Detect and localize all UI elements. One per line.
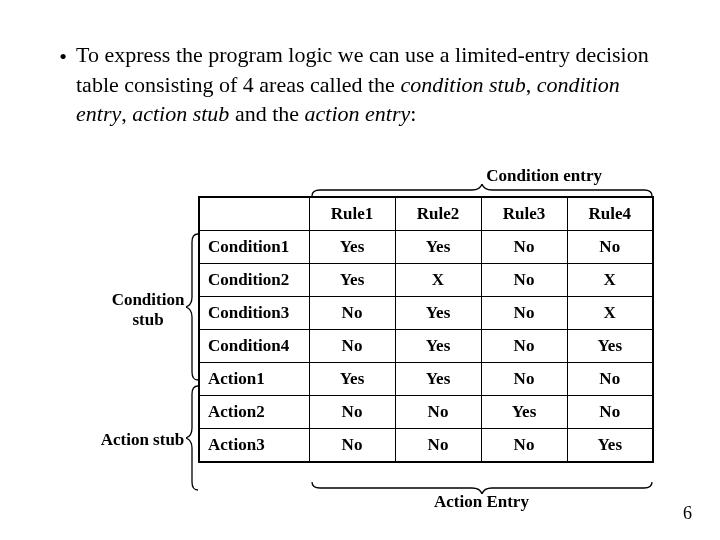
bullet-dot-icon: •	[50, 40, 76, 72]
table-cell: Yes	[395, 297, 481, 330]
row-name: Condition4	[199, 330, 309, 363]
sep: ,	[121, 101, 132, 126]
table-row: Condition2YesXNoX	[199, 264, 653, 297]
row-name: Action1	[199, 363, 309, 396]
table-cell: No	[481, 330, 567, 363]
bullet-mid: and the	[229, 101, 304, 126]
page-number: 6	[683, 503, 692, 524]
table-row: Action3NoNoNoYes	[199, 429, 653, 463]
table-cell: Yes	[309, 231, 395, 264]
table-cell: X	[395, 264, 481, 297]
table-row: Action1YesYesNoNo	[199, 363, 653, 396]
table-cell: Yes	[309, 264, 395, 297]
label-action-stub: Action stub	[95, 430, 190, 450]
table-cell: No	[309, 330, 395, 363]
table-cell: Yes	[481, 396, 567, 429]
term-action-stub: action stub	[132, 101, 229, 126]
slide: • To express the program logic we can us…	[0, 0, 720, 540]
row-name: Action2	[199, 396, 309, 429]
row-name: Condition1	[199, 231, 309, 264]
table-cell: No	[481, 363, 567, 396]
term-action-entry: action entry	[305, 101, 411, 126]
table-cell: No	[309, 396, 395, 429]
table-cell: No	[395, 396, 481, 429]
table-cell: No	[309, 429, 395, 463]
table-header: Rule3	[481, 197, 567, 231]
table-cell: No	[567, 396, 653, 429]
label-condition-entry: Condition entry	[486, 166, 602, 186]
label-condition-stub: Condition stub	[108, 290, 188, 331]
table-cell: Yes	[309, 363, 395, 396]
table-cell: No	[481, 429, 567, 463]
table-cell: No	[309, 297, 395, 330]
bullet-item: • To express the program logic we can us…	[50, 40, 670, 129]
table-cell: Yes	[395, 363, 481, 396]
table-cell: X	[567, 297, 653, 330]
table-cell: No	[567, 231, 653, 264]
term-condition-stub: condition stub	[400, 72, 525, 97]
table-cell: No	[481, 297, 567, 330]
table-row: Condition4NoYesNoYes	[199, 330, 653, 363]
table-header: Rule1	[309, 197, 395, 231]
table-cell: Yes	[395, 231, 481, 264]
table-header: Rule2	[395, 197, 481, 231]
label-condition-stub-a: Condition	[112, 290, 185, 309]
bullet-text: To express the program logic we can use …	[76, 40, 670, 129]
row-name: Action3	[199, 429, 309, 463]
table-cell: No	[395, 429, 481, 463]
table-header-blank	[199, 197, 309, 231]
sep: ,	[526, 72, 537, 97]
table-cell: Yes	[395, 330, 481, 363]
table-row: Condition1YesYesNoNo	[199, 231, 653, 264]
table-cell: No	[481, 264, 567, 297]
table-header: Rule4	[567, 197, 653, 231]
table-row: Action2NoNoYesNo	[199, 396, 653, 429]
table-cell: No	[567, 363, 653, 396]
row-name: Condition2	[199, 264, 309, 297]
row-name: Condition3	[199, 297, 309, 330]
table-cell: Yes	[567, 429, 653, 463]
brace-condition-stub-icon	[186, 232, 200, 382]
table-cell: X	[567, 264, 653, 297]
label-action-entry: Action Entry	[434, 492, 529, 512]
bullet-post: :	[410, 101, 416, 126]
table-cell: Yes	[567, 330, 653, 363]
table-cell: No	[481, 231, 567, 264]
table-row: Condition3NoYesNoX	[199, 297, 653, 330]
label-condition-stub-b: stub	[132, 310, 163, 329]
table-row: Rule1 Rule2 Rule3 Rule4	[199, 197, 653, 231]
decision-table: Rule1 Rule2 Rule3 Rule4 Condition1YesYes…	[198, 196, 654, 463]
